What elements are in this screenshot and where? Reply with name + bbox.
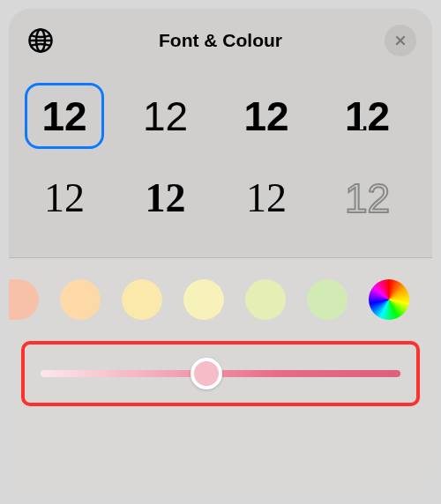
globe-button[interactable] [25, 25, 56, 56]
color-swatch-row [9, 279, 432, 320]
font-option-8[interactable]: 12 [328, 165, 407, 231]
font-sample: 12 [345, 93, 390, 140]
font-option-4[interactable]: 12 [328, 83, 407, 149]
color-swatch-cream[interactable] [122, 279, 162, 320]
color-swatch-lime[interactable] [245, 279, 286, 320]
color-section [9, 258, 432, 495]
font-sample: 12 [246, 174, 287, 221]
font-colour-sheet: Font & Colour 12 12 12 12 12 12 12 [9, 9, 432, 495]
font-sample: 12 [44, 174, 85, 221]
font-sample: 12 [345, 174, 390, 222]
font-option-7[interactable]: 12 [227, 165, 306, 231]
font-sample: 12 [146, 174, 186, 221]
color-swatch-peach-partial[interactable] [9, 279, 39, 320]
font-sample: 12 [143, 93, 188, 140]
panel-title: Font & Colour [159, 30, 282, 51]
color-swatch-lemon[interactable] [183, 279, 224, 320]
slider-highlight-box [21, 341, 420, 406]
close-icon [393, 33, 407, 48]
header: Font & Colour [9, 9, 432, 65]
font-option-3[interactable]: 12 [227, 83, 306, 149]
font-sample: 12 [243, 93, 288, 140]
slider-thumb[interactable] [191, 358, 222, 389]
color-swatch-mint[interactable] [307, 279, 348, 320]
font-option-6[interactable]: 12 [126, 165, 206, 231]
color-swatch-apricot[interactable] [60, 279, 101, 320]
color-picker-button[interactable] [369, 279, 409, 320]
font-option-5[interactable]: 12 [25, 165, 104, 231]
shade-slider[interactable] [41, 360, 400, 387]
close-button[interactable] [385, 25, 416, 56]
globe-icon [27, 27, 54, 54]
font-option-1[interactable]: 12 [25, 83, 104, 149]
font-grid: 12 12 12 12 12 12 12 12 [9, 65, 432, 257]
font-sample: 12 [41, 93, 86, 140]
font-option-2[interactable]: 12 [126, 83, 206, 149]
